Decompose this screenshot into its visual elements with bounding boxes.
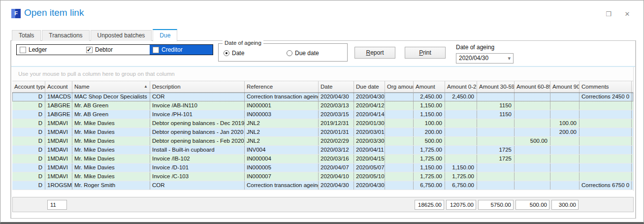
cell[interactable]: 2020/03/16 [319,155,354,163]
cell[interactable]: Mr. Mike Davies [72,119,150,128]
table-row[interactable]: D1MDAVIMr. Mike DaviesDebtor opening bal… [12,119,633,128]
cell[interactable] [515,128,550,136]
cell[interactable]: 2020/03/13 [319,101,354,110]
cell[interactable]: Mr. Mike Davies [72,163,150,172]
cell[interactable] [550,137,580,145]
cell[interactable]: 1MACDS [45,93,72,101]
cell[interactable] [477,119,515,128]
cell[interactable]: IN000005 [245,163,319,172]
cell[interactable] [477,137,515,145]
radio-date-circle[interactable] [224,50,229,56]
cell[interactable]: D [12,155,45,163]
ledger-checkbox[interactable] [20,47,26,53]
column-header-description[interactable]: Description [150,81,245,92]
cell[interactable] [477,128,515,136]
cell[interactable] [385,163,414,172]
cell[interactable] [385,128,414,136]
cell[interactable]: Correction transaction ageing [245,181,319,190]
cell[interactable]: 2020/03/01 [354,128,385,136]
cell[interactable]: Debtor opening balances - Feb 2020 [150,137,245,145]
cell[interactable] [550,155,580,163]
cell[interactable] [515,101,550,110]
cell[interactable] [515,93,550,101]
cell[interactable] [385,119,414,128]
cell[interactable] [515,146,550,154]
cell[interactable]: Corrections 2450 0 [580,93,632,101]
table-row[interactable]: D1MDAVIMr. Mike DaviesDebtor opening bal… [12,137,633,146]
cell[interactable] [445,110,477,119]
cell[interactable]: 1,725.00 [414,172,445,181]
cell[interactable] [550,110,580,119]
cell[interactable]: 1725 [477,146,515,154]
cell[interactable] [550,172,580,181]
column-header-amount[interactable]: Amount [414,81,445,92]
cell[interactable]: 2020/04/30 [354,93,385,101]
cell[interactable]: Mr. Mike Davies [72,137,150,145]
cell[interactable]: 1150 [477,110,515,119]
cell[interactable] [580,119,632,128]
cell[interactable] [445,137,477,145]
cell[interactable]: D [12,146,45,154]
cell[interactable]: IN000001 [245,101,319,110]
cell[interactable] [515,163,550,172]
cell[interactable]: 2020/04/30 [319,181,354,190]
tab-due[interactable]: Due [153,29,177,41]
cell[interactable]: 1ABGRE [45,101,72,110]
cell[interactable]: D [12,110,45,119]
cell[interactable]: IN000004 [245,155,319,163]
cell[interactable]: 2020/04/15 [354,155,385,163]
cell[interactable] [385,181,414,190]
cell[interactable] [385,146,414,154]
cell[interactable]: MAC Shop Decor Specialists [72,93,150,101]
cell[interactable] [385,137,414,145]
cell[interactable]: 2020/04/12 [354,101,385,110]
cell[interactable] [550,181,580,190]
cell[interactable] [385,93,414,101]
creditor-checkbox-item[interactable]: Creditor [150,45,213,55]
column-header-comments[interactable]: Comments [580,81,632,92]
cell[interactable] [385,110,414,119]
cell[interactable]: 2020/02/29 [319,137,354,145]
cell[interactable] [580,172,632,181]
cell[interactable]: COR [150,93,245,101]
table-row[interactable]: D1ABGREMr. AB GreenInvoice /AB-IN110IN00… [12,101,633,110]
cell[interactable] [477,163,515,172]
cell[interactable] [445,101,477,110]
cell[interactable]: 1,725.00 [414,155,445,163]
creditor-checkbox[interactable] [153,47,159,53]
cell[interactable]: 2019/12/31 [319,119,354,128]
cell[interactable]: 2020/05/10 [354,172,385,181]
cell[interactable]: D [12,172,45,181]
cell[interactable]: Invoice /PH-101 [150,110,245,119]
cell[interactable]: 1725 [477,155,515,163]
report-button[interactable]: Report [354,47,395,59]
cell[interactable] [580,146,632,154]
cell[interactable]: COR [150,181,245,190]
cell[interactable] [385,172,414,181]
cell[interactable] [580,163,632,172]
cell[interactable] [445,119,477,128]
cell[interactable]: 1ABGRE [45,110,72,119]
cell[interactable]: D [12,93,45,101]
cell[interactable]: Corrections 6750 0 [580,181,632,190]
cell[interactable]: 2020/04/07 [319,163,354,172]
debtor-checkbox[interactable] [86,47,93,53]
cell[interactable]: Invoice /IB-102 [150,155,245,163]
cell[interactable] [445,128,477,136]
radio-date[interactable]: Date [224,50,244,57]
cell[interactable]: IN000007 [245,172,319,181]
cell[interactable] [477,172,515,181]
cell[interactable]: 6,750.00 [445,181,477,190]
cell[interactable]: JNL2 [245,128,319,136]
cell[interactable]: D [12,119,45,128]
cell[interactable]: 1,150.00 [414,163,445,172]
cell[interactable]: 2020/04/14 [354,110,385,119]
cell[interactable]: Mr. Mike Davies [72,146,150,154]
cell[interactable]: 1,725.00 [414,146,445,154]
cell[interactable]: 200.00 [550,128,580,136]
close-icon[interactable]: ✕ [622,9,633,19]
cell[interactable]: JNL2 [245,119,319,128]
cell[interactable]: Invoice /C-103 [150,172,245,181]
table-row[interactable]: D1MACDSMAC Shop Decor SpecialistsCORCorr… [12,93,633,101]
ageing-date-select[interactable]: 2020/04/30 ▾ [456,53,514,64]
